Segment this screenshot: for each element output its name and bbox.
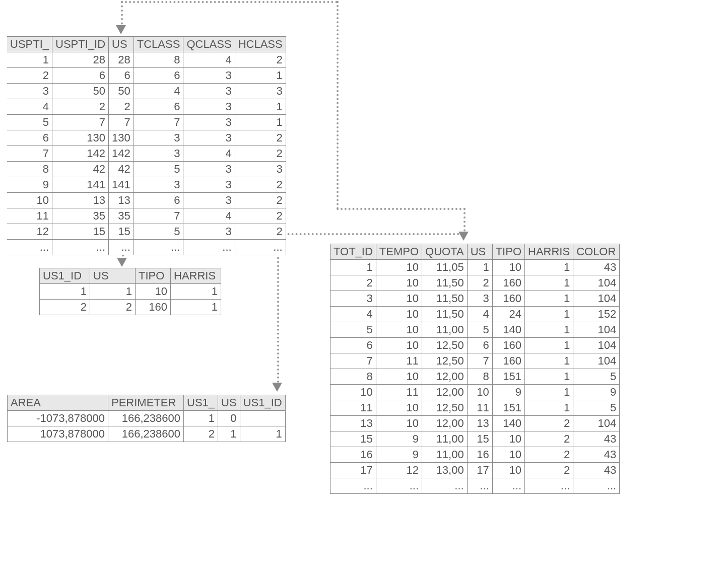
table-cell: 160 [136, 300, 171, 315]
table-cell: 12,00 [422, 416, 468, 431]
table-cell: 6 [52, 68, 109, 84]
table-cell: 2 [52, 99, 109, 115]
table-cell: 11 [467, 400, 492, 416]
table-cell: 10 [376, 322, 422, 338]
table-cell: 1 [525, 385, 573, 400]
table-cell: 2 [235, 224, 286, 240]
arrow-down-icon [116, 25, 126, 34]
table-cell: 140 [492, 416, 524, 431]
table-cell: 12,50 [422, 338, 468, 353]
table-cell: 1 [240, 426, 285, 442]
table-cell: 15 [467, 431, 492, 447]
connector-line [337, 1, 339, 209]
col-header: TOT_ID [330, 244, 376, 260]
arrow-down-icon [272, 383, 282, 392]
table-row: 81012,00815115 [330, 369, 620, 385]
table-cell [240, 411, 285, 426]
table-cell: 13 [52, 193, 109, 208]
table-cell: 2 [235, 52, 286, 68]
table-cell: 160 [492, 275, 524, 291]
col-header: PERIMETER [108, 395, 184, 411]
table-cell: 4 [134, 84, 183, 99]
table-cell: 130 [109, 130, 134, 146]
table-cell: 1 [525, 353, 573, 369]
table-cell: 3 [183, 115, 235, 130]
table-cell: 1 [235, 115, 286, 130]
table-cell: 50 [109, 84, 134, 99]
table-cell: ... [109, 240, 134, 255]
table-cell: 140 [492, 322, 524, 338]
table-cell: 142 [109, 146, 134, 162]
table-cell: 1073,878000 [8, 426, 108, 442]
table-cell: 10 [467, 385, 492, 400]
table-cell: 2 [235, 208, 286, 224]
table-row: 131012,00131402104 [330, 416, 620, 431]
table-cell: 9 [376, 431, 422, 447]
table-cell: 12,00 [422, 385, 468, 400]
table-cell: 104 [573, 322, 620, 338]
table-cell: 7 [52, 115, 109, 130]
table-cell: 104 [573, 291, 620, 307]
table-cell: 13 [467, 416, 492, 431]
table-cell: 151 [492, 369, 524, 385]
table-cell: 2 [90, 300, 136, 315]
table-cell: 1 [525, 338, 573, 353]
table-cell: 10 [376, 416, 422, 431]
col-header: COLOR [573, 244, 620, 260]
table-cell: 141 [52, 177, 109, 193]
table-us1: US1_ID US TIPO HARRIS 11101221601 [39, 268, 221, 315]
table-row: 121515532 [7, 224, 286, 240]
table-cell: 160 [492, 353, 524, 369]
table-cell: 2 [525, 463, 573, 478]
table-row: 71112,5071601104 [330, 353, 620, 369]
table-cell: 1 [467, 260, 492, 275]
table-row: 422631 [7, 99, 286, 115]
table-cell: 1 [525, 307, 573, 322]
table-cell: 11,50 [422, 291, 468, 307]
table-row: 101313632 [7, 193, 286, 208]
table-cell: 10 [376, 275, 422, 291]
table-cell: 10 [376, 400, 422, 416]
table-cell: 8 [330, 369, 376, 385]
table-row: 11101 [40, 284, 221, 300]
col-header: US [109, 37, 134, 52]
table-area: AREA PERIMETER US1_ US US1_ID -1073,8780… [7, 395, 286, 442]
table-cell: 3 [183, 68, 235, 84]
table-cell: 11 [7, 208, 52, 224]
table-cell: 3 [183, 99, 235, 115]
table-cell: 11,00 [422, 431, 468, 447]
table-cell: 24 [492, 307, 524, 322]
table-cell: 3 [7, 84, 52, 99]
table-cell: 17 [467, 463, 492, 478]
table-cell: 3 [134, 177, 183, 193]
table-cell: 1 [525, 369, 573, 385]
table-cell: 2 [525, 416, 573, 431]
table-cell: 43 [573, 463, 620, 478]
table-cell: 151 [492, 400, 524, 416]
table-cell: 2 [525, 431, 573, 447]
table-cell: ... [467, 478, 492, 494]
table-cell: 12,00 [422, 369, 468, 385]
table-row: 51011,0051401104 [330, 322, 620, 338]
table-cell: 2 [235, 177, 286, 193]
table-cell: 4 [7, 99, 52, 115]
table-cell: 6 [109, 68, 134, 84]
table-cell: ... [492, 478, 524, 494]
table-row: 61012,5061601104 [330, 338, 620, 353]
col-header: TIPO [492, 244, 524, 260]
table-cell: 8 [467, 369, 492, 385]
table-cell: 3 [183, 177, 235, 193]
table-cell: 28 [52, 52, 109, 68]
table-row: 171213,001710243 [330, 463, 620, 478]
table-cell: 10 [136, 284, 171, 300]
col-header: HARRIS [525, 244, 573, 260]
table-cell: 16 [467, 447, 492, 463]
arrow-down-icon [458, 232, 469, 241]
table-header-row: US1_ID US TIPO HARRIS [40, 268, 221, 284]
table-cell: 0 [218, 411, 240, 426]
table-row: 221601 [40, 300, 221, 315]
table-cell: 166,238600 [108, 426, 184, 442]
table-cell: 10 [7, 193, 52, 208]
col-header: QUOTA [422, 244, 468, 260]
table-row: 21011,5021601104 [330, 275, 620, 291]
